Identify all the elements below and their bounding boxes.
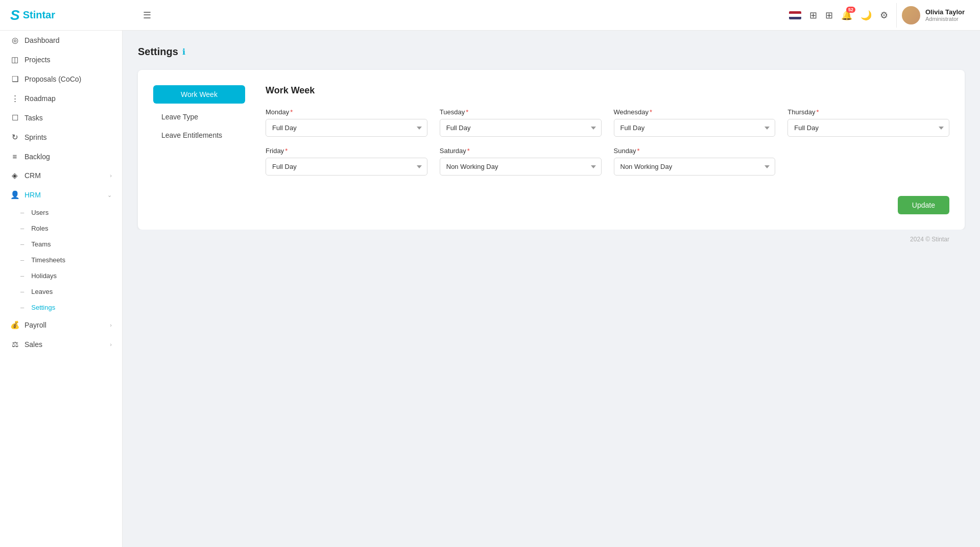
- monday-field: Monday* Full Day Half Day Non Working Da…: [266, 108, 427, 137]
- sidebar-item-projects[interactable]: ◫ Projects: [0, 50, 122, 69]
- sidebar-item-backlog[interactable]: ≡ Backlog: [0, 147, 122, 166]
- settings-sidebar-nav: Work Week Leave Type Leave Entitlements: [153, 85, 245, 214]
- logo-text: Stintar: [23, 9, 55, 21]
- sidebar-item-label: HRM: [25, 191, 41, 199]
- notification-badge: 52: [846, 7, 855, 13]
- sidebar-item-label: Projects: [25, 56, 51, 64]
- sidebar-item-payroll[interactable]: 💰 Payroll ›: [0, 315, 122, 335]
- crm-icon: ◈: [10, 171, 19, 180]
- sunday-label: Sunday*: [614, 147, 776, 155]
- sidebar-item-sales[interactable]: ⚖ Sales ›: [0, 335, 122, 354]
- sunday-field: Sunday* Full Day Half Day Non Working Da…: [614, 147, 776, 176]
- sidebar-item-label: Roadmap: [25, 94, 56, 103]
- required-star: *: [290, 108, 293, 116]
- required-star: *: [467, 147, 470, 155]
- thursday-field: Thursday* Full Day Half Day Non Working …: [787, 108, 949, 137]
- work-week-grid: Monday* Full Day Half Day Non Working Da…: [266, 108, 949, 176]
- user-role: Administrator: [925, 16, 965, 22]
- payroll-icon: 💰: [10, 320, 19, 330]
- logo-icon: S: [10, 7, 20, 23]
- sidebar-item-label: Sales: [25, 340, 42, 349]
- settings-layout: Work Week Leave Type Leave Entitlements …: [153, 85, 949, 214]
- sidebar-item-timesheets[interactable]: – Timesheets: [0, 252, 122, 268]
- user-name: Olivia Taylor: [925, 8, 965, 16]
- section-title: Work Week: [266, 85, 949, 96]
- friday-select[interactable]: Full Day Half Day Non Working Day: [266, 158, 427, 176]
- main-content: Settings ℹ Work Week Leave Type Leave En…: [123, 31, 980, 547]
- leave-type-tab[interactable]: Leave Type: [153, 108, 245, 126]
- required-star: *: [637, 147, 640, 155]
- tuesday-select[interactable]: Full Day Half Day Non Working Day: [440, 119, 602, 137]
- sidebar-item-label: Dashboard: [25, 36, 60, 44]
- required-star: *: [816, 108, 819, 116]
- sub-nav-label: Users: [31, 209, 49, 216]
- sidebar-item-users[interactable]: – Users: [0, 205, 122, 220]
- sub-nav-label: Teams: [31, 240, 51, 248]
- sidebar-item-proposals[interactable]: ❑ Proposals (CoCo): [0, 69, 122, 89]
- hrm-sub-nav: – Users – Roles – Teams – Timesheets – H…: [0, 205, 122, 315]
- chevron-right-icon: ›: [110, 322, 112, 328]
- update-row: Update: [266, 191, 949, 214]
- sub-nav-label: Leaves: [31, 288, 53, 295]
- settings-icon[interactable]: ⚙: [880, 10, 888, 21]
- sidebar-item-teams[interactable]: – Teams: [0, 236, 122, 252]
- sidebar-item-label: Backlog: [25, 153, 50, 161]
- projects-icon: ◫: [10, 55, 19, 64]
- sidebar-item-label: Payroll: [25, 321, 46, 329]
- sub-nav-label: Settings: [31, 304, 55, 311]
- update-button[interactable]: Update: [898, 196, 949, 214]
- logo: S Stintar: [10, 7, 133, 23]
- sidebar-item-crm[interactable]: ◈ CRM ›: [0, 166, 122, 185]
- tasks-icon: ☐: [10, 113, 19, 122]
- dark-mode-icon[interactable]: 🌙: [861, 10, 872, 21]
- sidebar-item-hrm[interactable]: 👤 HRM ⌄: [0, 185, 122, 205]
- sidebar-item-roles[interactable]: – Roles: [0, 220, 122, 236]
- sprints-icon: ↻: [10, 133, 19, 142]
- sidebar-item-label: Sprints: [25, 133, 47, 141]
- saturday-field: Saturday* Full Day Half Day Non Working …: [440, 147, 602, 176]
- hamburger-icon[interactable]: ☰: [143, 10, 151, 21]
- monday-select[interactable]: Full Day Half Day Non Working Day: [266, 119, 427, 137]
- sidebar-item-label: Proposals (CoCo): [25, 75, 81, 83]
- sidebar-item-roadmap[interactable]: ⋮ Roadmap: [0, 89, 122, 108]
- saturday-select[interactable]: Full Day Half Day Non Working Day: [440, 158, 602, 176]
- sidebar-item-tasks[interactable]: ☐ Tasks: [0, 108, 122, 128]
- info-icon: ℹ: [182, 47, 185, 57]
- wednesday-select[interactable]: Full Day Half Day Non Working Day: [614, 119, 776, 137]
- monday-label: Monday*: [266, 108, 427, 116]
- sales-icon: ⚖: [10, 340, 19, 349]
- user-info[interactable]: Olivia Taylor Administrator: [896, 3, 970, 28]
- notification-icon[interactable]: 🔔 52: [841, 10, 852, 21]
- tuesday-label: Tuesday*: [440, 108, 602, 116]
- saturday-label: Saturday*: [440, 147, 602, 155]
- sidebar-item-settings[interactable]: – Settings: [0, 300, 122, 315]
- sidebar-item-sprints[interactable]: ↻ Sprints: [0, 128, 122, 147]
- sidebar-item-label: Tasks: [25, 114, 43, 122]
- sidebar-item-holidays[interactable]: – Holidays: [0, 268, 122, 284]
- avatar: [902, 6, 920, 24]
- sub-nav-label: Holidays: [31, 272, 57, 280]
- leave-entitlements-tab[interactable]: Leave Entitlements: [153, 126, 245, 144]
- roadmap-icon: ⋮: [10, 94, 19, 103]
- dashboard-icon: ◎: [10, 36, 19, 45]
- app-body: ◎ Dashboard ◫ Projects ❑ Proposals (CoCo…: [0, 31, 980, 547]
- required-star: *: [285, 147, 288, 155]
- backlog-icon: ≡: [10, 152, 19, 161]
- chevron-down-icon: ⌄: [107, 192, 112, 198]
- user-details: Olivia Taylor Administrator: [925, 8, 965, 22]
- thursday-select[interactable]: Full Day Half Day Non Working Day: [787, 119, 949, 137]
- friday-field: Friday* Full Day Half Day Non Working Da…: [266, 147, 427, 176]
- work-week-tab[interactable]: Work Week: [153, 85, 245, 104]
- sunday-select[interactable]: Full Day Half Day Non Working Day: [614, 158, 776, 176]
- sidebar-item-dashboard[interactable]: ◎ Dashboard: [0, 31, 122, 50]
- flag-icon[interactable]: [789, 11, 801, 19]
- chevron-right-icon: ›: [110, 341, 112, 347]
- settings-card: Work Week Leave Type Leave Entitlements …: [138, 70, 965, 230]
- sidebar-item-label: CRM: [25, 171, 41, 180]
- proposals-icon: ❑: [10, 74, 19, 84]
- expand-icon[interactable]: ⊞: [825, 10, 833, 21]
- sidebar-item-leaves[interactable]: – Leaves: [0, 284, 122, 300]
- sub-nav-label: Roles: [31, 225, 48, 232]
- settings-content: Work Week Monday* Full Day Half Day Non …: [245, 85, 949, 214]
- grid-icon[interactable]: ⊞: [809, 10, 817, 21]
